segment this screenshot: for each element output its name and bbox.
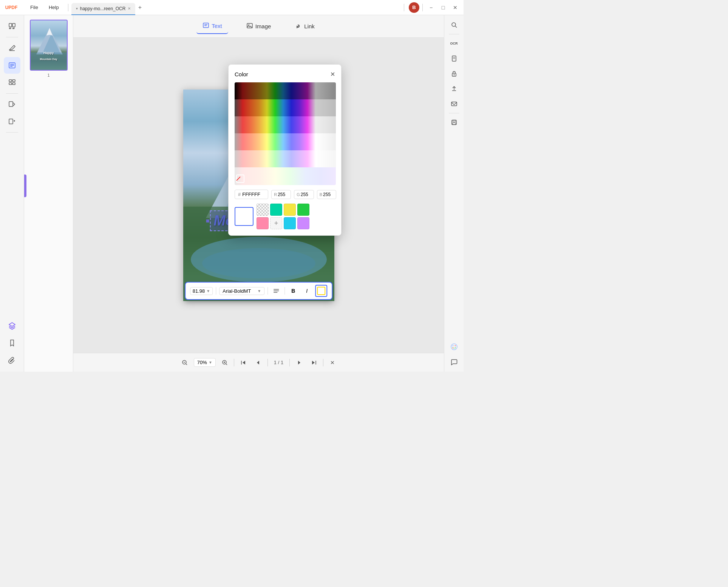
svg-rect-42 [235, 150, 336, 167]
app-logo[interactable]: UPDF [0, 0, 23, 15]
first-page-button[interactable] [237, 357, 249, 369]
r-label: R [274, 192, 277, 197]
apps-right-icon[interactable] [447, 340, 461, 354]
sidebar-icon-edit[interactable] [4, 40, 20, 56]
add-color-swatch[interactable]: + [270, 217, 282, 229]
svg-rect-21 [31, 53, 68, 71]
close-overlay-button[interactable]: ✕ [326, 357, 338, 369]
svg-point-70 [452, 348, 453, 349]
last-page-button[interactable] [308, 357, 320, 369]
bold-button[interactable]: B [288, 286, 298, 296]
hex-input-container[interactable]: # [235, 190, 268, 199]
chat-right-icon[interactable] [447, 355, 461, 369]
svg-rect-39 [235, 99, 336, 116]
svg-line-52 [226, 364, 227, 365]
g-input[interactable] [301, 192, 311, 197]
green-swatch[interactable] [297, 204, 309, 216]
sidebar-icon-annotate[interactable] [4, 57, 20, 74]
menu-separator [68, 4, 68, 11]
teal-swatch[interactable] [270, 204, 282, 216]
sidebar-icon-layers[interactable] [4, 317, 20, 334]
save-right-icon[interactable] [447, 116, 461, 129]
titlebar-controls: B − □ ✕ [406, 2, 464, 13]
sidebar-icon-convert[interactable] [4, 96, 20, 113]
ocr-right-icon[interactable]: OCR [447, 37, 461, 50]
thumbnail-happy-text: Happy [31, 51, 67, 55]
toolbar-tab-text[interactable]: Text [196, 19, 228, 34]
minimize-button[interactable]: − [426, 2, 436, 13]
b-input[interactable] [323, 192, 334, 197]
color-button[interactable] [315, 285, 327, 297]
svg-rect-43 [235, 167, 336, 185]
zoom-in-button[interactable] [219, 357, 231, 369]
image-tab-icon [246, 22, 253, 31]
r-input-container[interactable]: R [271, 190, 291, 199]
toolbar-tab-image[interactable]: Image [240, 19, 277, 34]
active-tab[interactable]: ▾ happy-mo...reen_OCR ✕ [71, 3, 136, 15]
sidebar-icon-reader[interactable] [4, 18, 20, 35]
search-right-icon[interactable] [447, 18, 461, 32]
italic-button[interactable]: I [301, 286, 312, 296]
help-menu[interactable]: Help [44, 3, 63, 12]
total-pages: 1 [281, 360, 283, 365]
ctrl-separator [422, 4, 423, 11]
selected-color-swatch[interactable] [235, 207, 253, 226]
zoom-selector[interactable]: 70% ▼ [194, 358, 216, 367]
page-separator: / [278, 360, 281, 365]
toolbar-tab-link[interactable]: Link [289, 19, 321, 34]
color-picker-popup: Color ✕ [228, 64, 342, 236]
svg-point-66 [451, 344, 457, 350]
sidebar-icon-organize[interactable] [4, 74, 20, 91]
pink-swatch[interactable] [257, 217, 269, 229]
document-right-icon[interactable] [447, 52, 461, 65]
cyan-swatch[interactable] [284, 217, 296, 229]
share-right-icon[interactable] [447, 82, 461, 96]
sidebar-icon-extract[interactable] [4, 113, 20, 130]
toolbar-divider-1 [216, 287, 216, 295]
next-page-button[interactable] [293, 357, 305, 369]
right-sep-1 [449, 34, 459, 34]
left-sidebar [0, 15, 24, 372]
b-input-container[interactable]: B [317, 190, 336, 199]
svg-rect-38 [235, 82, 336, 99]
svg-rect-13 [9, 83, 12, 85]
file-menu[interactable]: File [26, 3, 43, 12]
yellow-swatch[interactable] [284, 204, 296, 216]
svg-line-48 [186, 364, 187, 365]
lock-right-icon[interactable] [447, 67, 461, 80]
bottom-sep-2 [267, 359, 268, 366]
hex-input[interactable] [242, 192, 265, 197]
page-indicator: 1 / 1 [271, 360, 286, 365]
svg-point-68 [454, 345, 456, 346]
svg-rect-11 [9, 80, 12, 82]
g-input-container[interactable]: G [294, 190, 314, 199]
prev-page-button[interactable] [252, 357, 264, 369]
color-picker-header: Color ✕ [235, 71, 335, 78]
maximize-button[interactable]: □ [438, 2, 448, 13]
font-name-selector[interactable]: Arial-BoldMT ▼ [219, 287, 264, 295]
align-button[interactable] [271, 286, 281, 296]
color-gradient-picker[interactable] [235, 82, 336, 185]
mail-right-icon[interactable] [447, 97, 461, 111]
zoom-out-button[interactable] [179, 357, 191, 369]
image-tab-label: Image [255, 23, 271, 29]
new-tab-button[interactable]: + [135, 3, 144, 12]
purple-swatch[interactable] [297, 217, 309, 229]
svg-point-26 [248, 24, 249, 25]
page-thumbnail[interactable]: Happy Mountain Day [30, 20, 68, 71]
svg-point-67 [452, 345, 453, 346]
sidebar-icon-bookmark[interactable] [4, 335, 20, 351]
tab-close-button[interactable]: ✕ [128, 6, 131, 11]
color-picker-close-button[interactable]: ✕ [330, 71, 335, 78]
right-sep-2 [449, 113, 459, 113]
italic-label: I [306, 288, 308, 294]
sidebar-icon-attach[interactable] [4, 352, 20, 369]
font-size-selector[interactable]: 81.98 ▼ [190, 287, 213, 295]
r-input[interactable] [278, 192, 288, 197]
text-tab-label: Text [212, 23, 222, 29]
user-avatar[interactable]: B [409, 2, 419, 13]
transparent-swatch[interactable] [257, 204, 269, 216]
link-tab-label: Link [304, 23, 315, 29]
close-button[interactable]: ✕ [450, 2, 461, 13]
svg-rect-22 [203, 23, 209, 28]
